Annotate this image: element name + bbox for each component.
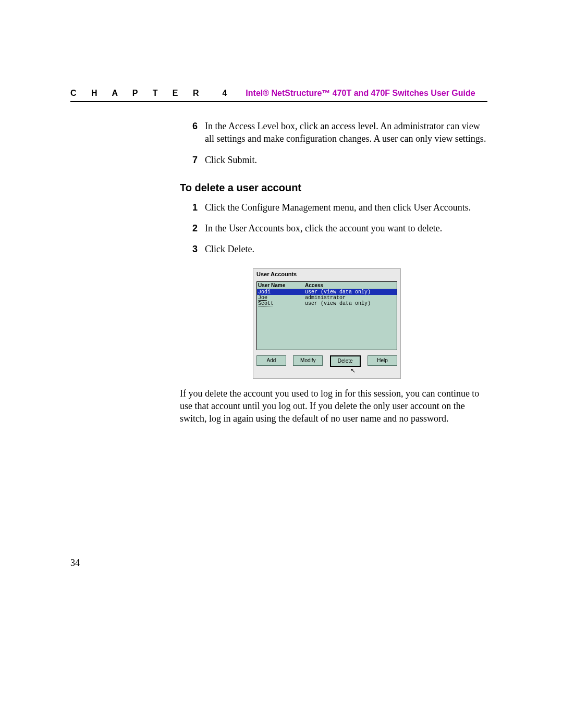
- table-header-row: User Name Access: [257, 282, 397, 289]
- list-item: 7 Click Submit.: [180, 154, 487, 166]
- step-text: Click Delete.: [205, 243, 487, 255]
- cursor-icon: ↖: [309, 368, 397, 373]
- page-header: C H A P T E R 4 Intel® NetStructure™ 470…: [70, 89, 487, 98]
- step-text: Click Submit.: [205, 154, 487, 166]
- step-number: 7: [180, 154, 205, 166]
- panel-title: User Accounts: [256, 271, 397, 277]
- delete-button[interactable]: Delete: [330, 355, 361, 367]
- cell-username: Scott: [258, 301, 305, 306]
- step-text: In the Access Level box, click an access…: [205, 120, 487, 145]
- list-item: 2 In the User Accounts box, click the ac…: [180, 222, 487, 235]
- table-row[interactable]: Joe administrator: [257, 295, 397, 301]
- cell-username: Joe: [258, 295, 305, 301]
- page-number: 34: [70, 558, 80, 569]
- continued-steps-list: 6 In the Access Level box, click an acce…: [180, 120, 487, 166]
- step-text: Click the Configure Management menu, and…: [205, 201, 487, 214]
- list-item: 3 Click Delete.: [180, 243, 487, 255]
- help-button[interactable]: Help: [368, 355, 397, 366]
- cell-username: Jodi: [258, 289, 305, 295]
- cell-access: user (view data only): [305, 289, 396, 295]
- header-rule: [70, 101, 487, 102]
- modify-button[interactable]: Modify: [293, 355, 323, 366]
- section-heading: To delete a user account: [180, 182, 487, 194]
- cell-access: administrator: [305, 295, 396, 301]
- list-item: 1 Click the Configure Management menu, a…: [180, 201, 487, 214]
- step-number: 6: [180, 120, 205, 145]
- guide-title: Intel® NetStructure™ 470T and 470F Switc…: [246, 89, 475, 98]
- chapter-label: C H A P T E R 4: [70, 89, 233, 98]
- column-header-username: User Name: [258, 282, 305, 288]
- table-row[interactable]: Scott user (view data only): [257, 301, 397, 306]
- delete-steps-list: 1 Click the Configure Management menu, a…: [180, 201, 487, 256]
- closing-paragraph: If you delete the account you used to lo…: [180, 387, 487, 425]
- button-row: Add Modify Delete Help: [256, 355, 397, 367]
- user-accounts-panel: User Accounts User Name Access Jodi user…: [253, 268, 401, 379]
- step-number: 3: [180, 243, 205, 255]
- add-button[interactable]: Add: [256, 355, 286, 366]
- table-row[interactable]: Jodi user (view data only): [257, 289, 397, 295]
- user-accounts-listbox[interactable]: User Name Access Jodi user (view data on…: [256, 281, 397, 350]
- list-item: 6 In the Access Level box, click an acce…: [180, 120, 487, 145]
- column-header-access: Access: [305, 282, 396, 288]
- step-text: In the User Accounts box, click the acco…: [205, 222, 487, 235]
- step-number: 2: [180, 222, 205, 235]
- cell-access: user (view data only): [305, 301, 396, 306]
- step-number: 1: [180, 201, 205, 214]
